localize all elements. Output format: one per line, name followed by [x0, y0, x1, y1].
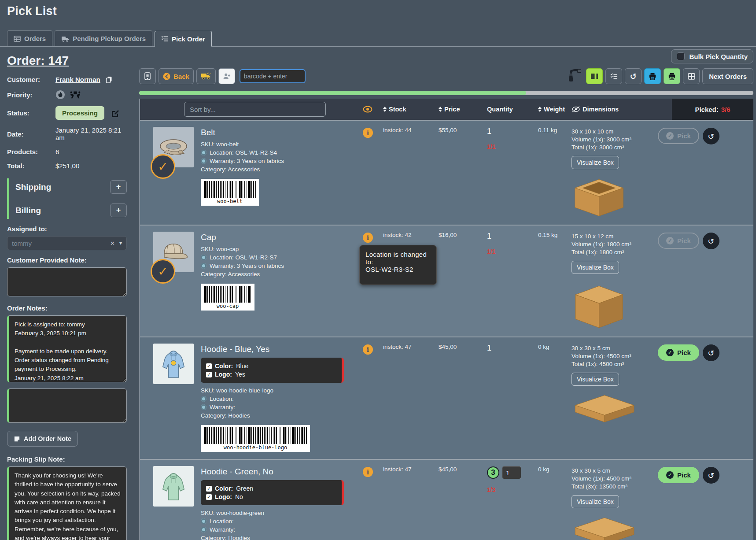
print-pick-list-button[interactable]: [644, 68, 661, 84]
barcode-icon: [590, 73, 598, 80]
barcode-input[interactable]: [240, 69, 306, 83]
table-cells-icon: [688, 73, 695, 80]
weight-cell: 0.11 kg: [532, 127, 572, 218]
dimensions-size: 30 x 10 x 10 cm: [572, 128, 658, 135]
sort-icon: [383, 107, 387, 112]
assign-user-button[interactable]: [218, 68, 235, 84]
tasks-icon: [610, 73, 618, 80]
dimensions-size: 30 x 30 x 5 cm: [572, 467, 658, 474]
pick-button[interactable]: ✓ Pick: [658, 233, 699, 249]
bulk-pick-label: Bulk Pick Quantity: [689, 53, 748, 60]
order-total: $251,00: [55, 162, 127, 170]
expand-billing-button[interactable]: +: [110, 203, 127, 217]
price-cell: $45,00: [433, 466, 483, 540]
product-row-hoodie-green: Hoodie - Green, No ✓Color:Green ✓Logo:No…: [140, 459, 753, 540]
chevron-down-icon[interactable]: ▾: [119, 240, 122, 246]
reset-picks-button[interactable]: ↺: [625, 68, 642, 84]
product-image: [153, 344, 194, 384]
undo-pick-button[interactable]: ↺: [703, 344, 719, 361]
product-sku: SKU: woo-cap: [201, 246, 363, 252]
order-notes-label: Order Notes:: [7, 304, 127, 312]
picked-fraction: 1/1: [487, 248, 532, 255]
tab-pending-pickup-orders[interactable]: Pending Pickup Orders: [55, 30, 152, 46]
shipping-truck-button[interactable]: [196, 68, 216, 84]
location-icon: [201, 396, 207, 402]
mobile-scanner-button[interactable]: [139, 68, 156, 84]
weight-cell: 0 kg: [532, 344, 572, 452]
tab-orders[interactable]: Orders: [7, 30, 52, 46]
copy-icon[interactable]: [106, 76, 113, 83]
visualize-box-button[interactable]: Visualize Box: [572, 373, 619, 386]
dimensions-size: 30 x 30 x 5 cm: [572, 345, 658, 351]
edit-status-icon[interactable]: [111, 109, 119, 118]
customer-note-textarea[interactable]: [7, 267, 127, 296]
product-warranty: Warranty:: [210, 526, 235, 533]
scan-mode-button[interactable]: [586, 68, 603, 84]
sort-input[interactable]: [184, 102, 326, 117]
barcode-stripes: [204, 286, 251, 303]
header-dimensions[interactable]: Dimensions: [572, 106, 658, 113]
product-sku: SKU: woo-hoodie-blue-logo: [201, 387, 363, 394]
info-icon[interactable]: i: [363, 128, 373, 138]
grid-view-button[interactable]: [683, 68, 700, 84]
table-icon: [14, 36, 21, 42]
pick-button[interactable]: ✓ Pick: [658, 467, 699, 483]
customer-link[interactable]: Frank Norman: [55, 76, 100, 83]
next-orders-button[interactable]: Next Orders: [702, 68, 753, 84]
packing-slip-label: Packing Slip Note:: [7, 455, 127, 463]
expand-shipping-button[interactable]: +: [110, 180, 127, 194]
visualize-box-button[interactable]: Visualize Box: [572, 495, 619, 508]
packing-slip-textarea[interactable]: Thank you for choosing us! We're thrille…: [7, 466, 127, 540]
products-count: 6: [55, 148, 127, 155]
assigned-to-select[interactable]: tommy ✕ ▾: [7, 236, 127, 250]
dimensions-total: Total (3x): 13500 cm³: [572, 483, 658, 490]
list-check-icon: [161, 36, 168, 42]
picked-counter: Picked: 3/6: [672, 99, 753, 120]
checkbox-icon: ✓: [206, 363, 212, 369]
pickup-truck-icon: [61, 36, 69, 42]
visualize-box-button[interactable]: Visualize Box: [572, 156, 619, 169]
clear-assignee-icon[interactable]: ✕: [110, 240, 115, 247]
header-weight[interactable]: Weight: [532, 106, 572, 113]
new-order-note-textarea[interactable]: [7, 388, 127, 423]
product-warranty: Warranty: 3 Years on fabrics: [210, 158, 284, 164]
quantity-value: 1: [487, 344, 532, 353]
product-location: Location: OSL-W1-R2-S7: [210, 254, 277, 261]
pick-button[interactable]: ✓ Pick: [658, 344, 699, 361]
header-stock[interactable]: Stock: [380, 106, 433, 113]
checkbox-icon: ✓: [206, 372, 212, 377]
visibility-eye-icon[interactable]: [363, 106, 372, 113]
header-price[interactable]: Price: [433, 106, 483, 113]
info-icon[interactable]: i: [363, 344, 373, 355]
product-warranty: Warranty: 3 Years on fabrics: [210, 263, 284, 269]
mobile-barcode-icon: [144, 72, 151, 80]
bulk-pick-checkbox[interactable]: [677, 52, 685, 60]
note-icon: [14, 436, 20, 442]
bulk-pick-quantity-toggle[interactable]: Bulk Pick Quantity: [671, 49, 753, 63]
undo-icon: ↺: [630, 72, 637, 81]
checkbox-icon: ✓: [206, 486, 212, 492]
check-circle-icon: ✓: [666, 132, 674, 140]
priority-fire-icon: [55, 90, 65, 100]
pick-list-view-button[interactable]: [605, 68, 622, 84]
assigned-to-value: tommy: [12, 240, 32, 247]
pick-button[interactable]: ✓ Pick: [658, 128, 699, 144]
info-icon[interactable]: i: [363, 233, 373, 243]
product-category: Category: Hoodies: [201, 412, 363, 419]
pick-quantity-input[interactable]: [502, 466, 521, 479]
add-order-note-button[interactable]: Add Order Note: [7, 431, 78, 447]
product-row-cap: Location is changed to: OSL-W2-R3-S2 ✓ C…: [140, 225, 753, 337]
tab-pick-order[interactable]: Pick Order: [155, 31, 212, 47]
people-carry-icon: [70, 90, 81, 99]
info-icon[interactable]: i: [363, 467, 373, 477]
order-notes-textarea[interactable]: Pick is assigned to: tommy February 3, 2…: [7, 315, 127, 382]
product-row-hoodie-blue: Hoodie - Blue, Yes ✓Color:Blue ✓Logo:Yes…: [140, 337, 753, 459]
undo-pick-button[interactable]: ↺: [703, 128, 719, 144]
undo-pick-button[interactable]: ↺: [703, 233, 719, 249]
print-packing-slip-button[interactable]: [664, 68, 680, 84]
visualize-box-button[interactable]: Visualize Box: [572, 261, 619, 274]
product-sku: SKU: woo-hoodie-green: [201, 510, 363, 516]
undo-pick-button[interactable]: ↺: [703, 467, 719, 484]
back-button[interactable]: Back: [159, 68, 194, 84]
pick-order-panel: Bulk Pick Quantity Back: [133, 47, 756, 540]
